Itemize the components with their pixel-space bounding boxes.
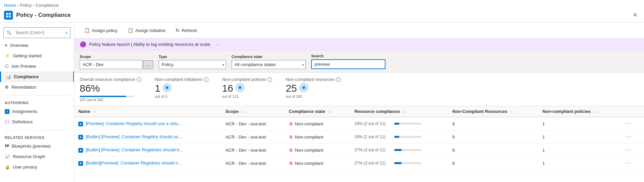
compliance-state-select[interactable]: All compliance states Compliant Non-comp… — [232, 60, 306, 69]
row-more-button[interactable]: ··· — [624, 120, 634, 127]
search-field[interactable] — [311, 59, 385, 69]
col-non-compliant-policies[interactable]: Non-compliant policies ↑↓ — [538, 106, 620, 117]
policies-info-icon[interactable]: i — [267, 77, 272, 82]
related-section-label: Related Services — [0, 133, 74, 141]
row-non-compliant-policies: 1 — [538, 144, 620, 157]
ncr-sort-icon: ↑↓ — [510, 110, 513, 114]
scope-label: Scope — [80, 55, 153, 59]
initiatives-label: Non-compliant initiatives — [155, 77, 203, 82]
breadcrumb-current: Policy - Compliance — [20, 3, 59, 8]
row-non-compliant-resources: 8 — [448, 157, 538, 170]
type-select[interactable]: Policy Initiative All — [159, 60, 226, 69]
col-resource-compliance[interactable]: Resource compliance ↑↓ — [350, 106, 448, 117]
join-preview-icon: ⬡ — [5, 64, 8, 69]
noncompliant-icon: ⊗ — [289, 160, 293, 166]
collapse-icon[interactable]: « — [65, 30, 68, 35]
search-input[interactable] — [13, 29, 64, 36]
assign-initiative-icon: 📋 — [128, 28, 133, 33]
row-name-link[interactable]: [Preview]: Container Registry should use… — [86, 121, 182, 126]
sidebar-item-remediation[interactable]: ⚙ Remediation — [0, 82, 74, 92]
col-scope[interactable]: Scope ↑↓ — [221, 106, 285, 117]
row-more-button[interactable]: ··· — [624, 133, 634, 141]
non-compliant-policies-stat: Non-compliant policies i 16 out of 115 — [222, 77, 272, 102]
policies-sub: out of 115 — [222, 94, 272, 98]
banner-link[interactable]: → — [215, 42, 220, 47]
noncompliant-icon: ⊗ — [289, 147, 293, 153]
row-scope: ACR - Dev - ova-test — [221, 117, 285, 130]
scope-filter: Scope … — [80, 55, 153, 69]
overall-compliance-stat: Overall resource compliance i 86% 157 ou… — [80, 77, 141, 102]
resource-compliance-pct: 27% (3 out of 11) — [354, 148, 392, 152]
sidebar-item-join-preview[interactable]: ⬡ Join Preview — [0, 61, 74, 71]
row-icon: ■ — [78, 148, 83, 153]
refresh-button[interactable]: ↻ Refresh — [171, 25, 202, 35]
scope-browse-button[interactable]: … — [143, 60, 153, 69]
toolbar: 📋 Assign policy 📋 Assign initiative ↻ Re… — [74, 23, 644, 38]
sidebar-item-overview[interactable]: ≡ Overview — [0, 40, 74, 51]
row-name-link[interactable]: [Builtin][Preview]: Container Registries… — [86, 160, 182, 165]
col-compliance-state[interactable]: Compliance state ↑↓ — [285, 106, 350, 117]
sidebar-item-user-privacy[interactable]: 🔒 User privacy — [0, 162, 74, 172]
row-actions-cell: ··· — [620, 117, 644, 130]
row-non-compliant-resources: 8 — [448, 144, 538, 157]
sidebar-item-getting-started[interactable]: ⚡ Getting started — [0, 51, 74, 61]
row-non-compliant-resources: 9 — [448, 130, 538, 144]
noncompliant-icon: ⊗ — [289, 134, 293, 140]
svg-rect-3 — [9, 16, 11, 18]
resource-compliance-pct: 18% (2 out of 11) — [354, 134, 392, 139]
rc-fill — [394, 149, 402, 151]
row-actions-cell: ··· — [620, 130, 644, 144]
definitions-icon: 📄 — [5, 120, 9, 124]
table-row: ■ [Preview]: Container Registry should u… — [74, 117, 644, 130]
overall-info-icon[interactable]: i — [137, 77, 141, 82]
row-non-compliant-policies: 1 — [538, 157, 620, 170]
resources-info-icon[interactable]: i — [336, 77, 341, 82]
sidebar-item-blueprints[interactable]: 🗺 Blueprints (preview) — [0, 141, 74, 151]
scope-input[interactable] — [80, 60, 142, 69]
row-icon: ■ — [78, 135, 83, 140]
col-name[interactable]: Name ↑↓ — [74, 106, 221, 117]
col-actions — [620, 106, 644, 117]
sidebar-item-compliance[interactable]: 📊 Compliance — [0, 71, 74, 82]
compliance-badge: ⊗ Non-compliant — [289, 121, 346, 126]
breadcrumb-separator: › — [17, 3, 19, 8]
resource-compliance-pct: 18% (2 out of 11) — [354, 121, 392, 126]
resources-value: 25 — [286, 83, 297, 94]
blueprints-icon: 🗺 — [5, 144, 9, 149]
policies-value: 16 — [222, 83, 233, 94]
col-non-compliant-resources[interactable]: Non-Compliant Resources ↑↓ — [448, 106, 538, 117]
resource-compliance-sort-icon: ↑↓ — [402, 110, 406, 114]
close-button[interactable]: ✕ — [630, 10, 640, 20]
resource-graph-icon: 📈 — [5, 154, 10, 159]
noncompliant-icon: ⊗ — [289, 121, 293, 126]
row-name-link[interactable]: [Builtin] [Preview]: Container Registrie… — [86, 147, 183, 152]
non-compliant-resources-stat: Non-compliant resources i 25 out of 182 — [286, 77, 341, 102]
banner-icon: 🟣 — [80, 41, 86, 48]
sidebar-item-definitions[interactable]: 📄 Definitions — [0, 117, 74, 127]
banner-text: Policy feature launch | Ability to tag e… — [89, 42, 211, 47]
row-compliance-state: ⊗ Non-compliant — [285, 117, 350, 130]
compliance-state-sort-icon: ↑↓ — [328, 110, 331, 114]
type-filter: Type Policy Initiative All — [159, 55, 226, 69]
compliance-badge: ⊗ Non-compliant — [289, 147, 346, 153]
rc-bar — [394, 136, 421, 138]
name-sort-icon: ↑↓ — [93, 110, 96, 114]
sidebar-item-resource-graph[interactable]: 📈 Resource Graph — [0, 151, 74, 162]
compliance-progress-fill — [80, 96, 126, 97]
breadcrumb: Home › Policy - Compliance — [4, 1, 640, 9]
row-compliance-state: ⊗ Non-compliant — [285, 157, 350, 170]
initiatives-icon — [162, 83, 172, 92]
row-more-button[interactable]: ··· — [624, 159, 634, 167]
row-more-button[interactable]: ··· — [624, 146, 634, 154]
breadcrumb-home[interactable]: Home — [4, 3, 16, 8]
search-label: Search — [311, 54, 385, 58]
remediation-icon: ⚙ — [5, 85, 9, 90]
sidebar-item-assignments[interactable]: ≡ Assignments — [0, 106, 74, 117]
type-label: Type — [159, 55, 226, 59]
rc-bar — [394, 149, 421, 151]
assign-initiative-button[interactable]: 📋 Assign initiative — [123, 25, 170, 35]
row-name-link[interactable]: [Builtin] [Preview]: Container Registry … — [86, 134, 182, 139]
rc-bar — [394, 123, 421, 125]
initiatives-info-icon[interactable]: i — [204, 77, 209, 82]
assign-policy-button[interactable]: 📋 Assign policy — [80, 25, 122, 35]
